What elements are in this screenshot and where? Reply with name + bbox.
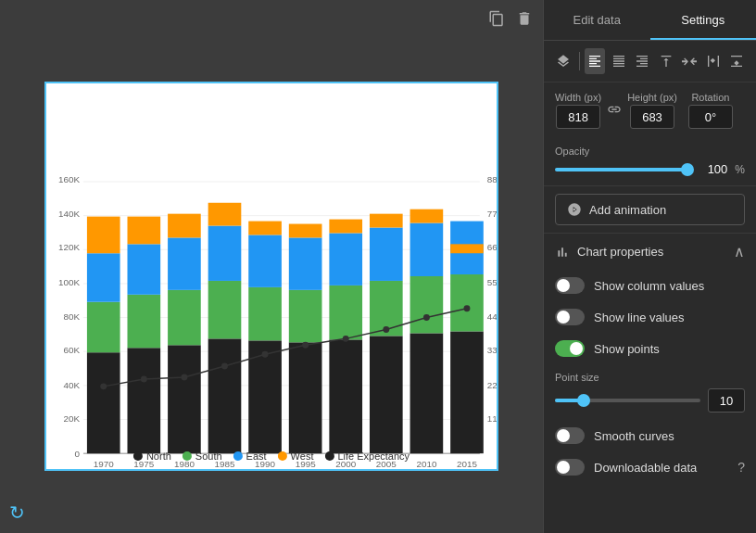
rotation-field: Rotation	[688, 92, 733, 129]
svg-rect-26	[87, 352, 120, 453]
point-size-input[interactable]	[708, 388, 745, 412]
layers-icon-btn[interactable]	[553, 48, 573, 74]
svg-rect-56	[370, 227, 403, 280]
opacity-slider[interactable]	[555, 168, 692, 171]
svg-text:88: 88	[487, 173, 497, 184]
svg-rect-32	[127, 244, 160, 294]
svg-text:0: 0	[74, 449, 80, 459]
point-size-section: Point size	[544, 364, 756, 420]
height-input[interactable]	[630, 105, 674, 129]
svg-rect-29	[87, 216, 120, 253]
distribute-h-btn[interactable]	[703, 48, 724, 74]
svg-text:2015: 2015	[457, 459, 478, 469]
svg-text:40K: 40K	[63, 379, 80, 389]
point-size-thumb[interactable]	[577, 394, 590, 407]
svg-rect-59	[410, 276, 444, 333]
tab-edit-data[interactable]: Edit data	[544, 0, 650, 40]
svg-rect-28	[87, 253, 120, 301]
svg-point-71	[262, 350, 269, 357]
svg-rect-34	[168, 345, 201, 453]
icon-row	[544, 41, 756, 82]
svg-text:22: 22	[487, 379, 497, 389]
svg-rect-52	[329, 233, 362, 285]
svg-rect-44	[248, 235, 282, 286]
svg-point-73	[343, 335, 349, 341]
opacity-control: 100 %	[555, 162, 745, 176]
legend-east: East	[233, 451, 267, 462]
svg-point-68	[141, 375, 147, 382]
show-column-values-toggle[interactable]	[555, 277, 585, 294]
svg-rect-45	[248, 221, 282, 235]
svg-rect-54	[370, 336, 403, 453]
svg-rect-30	[127, 348, 160, 453]
svg-text:80K: 80K	[63, 311, 80, 321]
align-right-btn[interactable]	[632, 48, 652, 74]
svg-point-74	[383, 325, 389, 332]
chart-container: 160K 140K 120K 100K 80K 60K 40K 20K 0 88…	[44, 82, 498, 471]
legend-life-expectancy: Life Expectancy	[324, 451, 410, 462]
svg-point-76	[464, 305, 471, 311]
link-icon[interactable]	[607, 102, 622, 120]
chart-properties-header[interactable]: Chart properties ∧	[544, 233, 756, 270]
show-points-toggle[interactable]	[555, 340, 585, 357]
copy-icon[interactable]	[485, 7, 508, 30]
align-left-btn[interactable]	[585, 48, 605, 74]
help-icon[interactable]: ?	[737, 460, 745, 475]
align-top-btn[interactable]	[656, 48, 676, 74]
svg-rect-62	[450, 331, 484, 453]
svg-point-67	[100, 383, 107, 389]
tab-settings[interactable]: Settings	[650, 0, 757, 40]
width-input[interactable]	[556, 105, 600, 129]
svg-rect-60	[410, 222, 444, 275]
svg-rect-43	[248, 286, 282, 339]
svg-text:60K: 60K	[63, 345, 80, 355]
top-toolbar	[485, 7, 536, 30]
svg-rect-51	[329, 285, 362, 338]
add-animation-button[interactable]: Add animation	[555, 194, 745, 225]
downloadable-data-row: Downloadable data ?	[544, 451, 756, 483]
svg-rect-31	[127, 294, 160, 347]
right-panel: Edit data Settings Width	[543, 0, 756, 533]
svg-text:1970: 1970	[94, 459, 115, 469]
dimensions-row: Width (px) Height (px) Rotation	[544, 82, 756, 138]
svg-rect-37	[168, 213, 201, 237]
svg-text:2010: 2010	[416, 459, 437, 469]
align-center-h-btn[interactable]	[609, 48, 629, 74]
svg-rect-53	[329, 219, 362, 233]
svg-text:160K: 160K	[58, 173, 81, 184]
show-points-row: Show points	[544, 333, 756, 364]
tabs: Edit data Settings	[544, 0, 756, 41]
svg-rect-36	[168, 237, 201, 289]
svg-text:11: 11	[487, 413, 497, 424]
svg-point-87	[573, 209, 576, 211]
svg-text:120K: 120K	[58, 242, 81, 252]
show-line-values-row: Show line values	[544, 301, 756, 333]
distribute-v-btn[interactable]	[726, 48, 747, 74]
delete-icon[interactable]	[513, 7, 536, 30]
height-field: Height (px)	[627, 92, 677, 129]
opacity-thumb[interactable]	[681, 163, 694, 176]
svg-text:66: 66	[487, 242, 497, 252]
svg-rect-40	[208, 225, 242, 280]
width-field: Width (px)	[555, 92, 601, 129]
downloadable-data-toggle[interactable]	[555, 459, 585, 476]
svg-text:140K: 140K	[58, 208, 81, 218]
svg-point-69	[181, 374, 187, 380]
show-column-values-row: Show column values	[544, 270, 756, 301]
legend-north: North	[133, 451, 171, 462]
refresh-icon[interactable]: ↻	[9, 501, 25, 524]
show-line-values-toggle[interactable]	[555, 309, 585, 325]
smooth-curves-toggle[interactable]	[555, 427, 585, 444]
point-size-slider[interactable]	[555, 399, 700, 402]
chevron-up-icon: ∧	[734, 243, 745, 260]
svg-point-72	[302, 341, 309, 348]
svg-text:44: 44	[487, 311, 497, 321]
svg-rect-33	[127, 216, 160, 244]
svg-rect-66	[450, 244, 484, 253]
rotation-input[interactable]	[688, 105, 733, 129]
point-size-control	[555, 388, 745, 412]
svg-rect-39	[208, 280, 242, 337]
svg-rect-38	[208, 338, 242, 453]
left-panel: 160K 140K 120K 100K 80K 60K 40K 20K 0 88…	[0, 0, 543, 533]
align-middle-btn[interactable]	[679, 48, 699, 74]
